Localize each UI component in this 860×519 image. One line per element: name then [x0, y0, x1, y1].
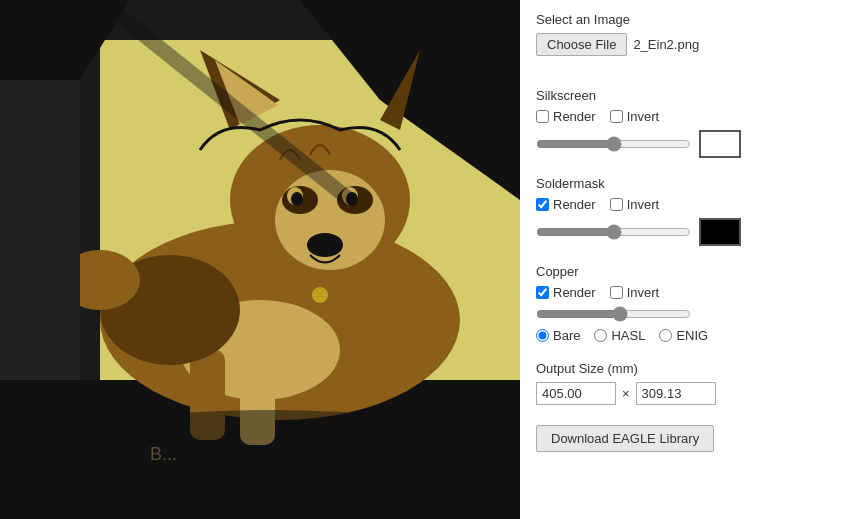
copper-finish-row: Bare HASL ENIG	[536, 328, 844, 343]
finish-hasl-radio[interactable]	[594, 329, 607, 342]
finish-hasl-item: HASL	[594, 328, 645, 343]
finish-enig-item: ENIG	[659, 328, 708, 343]
svg-point-18	[307, 233, 343, 257]
silkscreen-color-swatch[interactable]	[699, 130, 741, 158]
size-separator: ×	[622, 386, 630, 401]
copper-render-label[interactable]: Render	[553, 285, 596, 300]
svg-rect-26	[0, 80, 80, 380]
soldermask-invert-item: Invert	[610, 197, 660, 212]
finish-bare-item: Bare	[536, 328, 580, 343]
output-size-section: Output Size (mm) ×	[536, 361, 844, 405]
corgi-artwork: B...	[0, 0, 520, 519]
svg-text:B...: B...	[150, 444, 177, 464]
copper-check-row: Render Invert	[536, 285, 844, 300]
silkscreen-check-row: Render Invert	[536, 109, 844, 124]
svg-point-16	[291, 192, 303, 206]
soldermask-section: Soldermask Render Invert	[536, 176, 844, 250]
finish-bare-radio[interactable]	[536, 329, 549, 342]
soldermask-label: Soldermask	[536, 176, 844, 191]
silkscreen-render-item: Render	[536, 109, 596, 124]
soldermask-slider[interactable]	[536, 224, 691, 240]
soldermask-check-row: Render Invert	[536, 197, 844, 212]
silkscreen-invert-checkbox[interactable]	[610, 110, 623, 123]
silkscreen-label: Silkscreen	[536, 88, 844, 103]
file-row: Choose File 2_Ein2.png	[536, 33, 844, 56]
silkscreen-render-checkbox[interactable]	[536, 110, 549, 123]
copper-slider-row	[536, 306, 844, 322]
copper-label: Copper	[536, 264, 844, 279]
file-name-display: 2_Ein2.png	[633, 37, 699, 52]
svg-point-23	[312, 287, 328, 303]
copper-invert-label[interactable]: Invert	[627, 285, 660, 300]
soldermask-render-label[interactable]: Render	[553, 197, 596, 212]
soldermask-slider-row	[536, 218, 844, 246]
silkscreen-invert-item: Invert	[610, 109, 660, 124]
copper-render-checkbox[interactable]	[536, 286, 549, 299]
silkscreen-render-label[interactable]: Render	[553, 109, 596, 124]
width-input[interactable]	[536, 382, 616, 405]
controls-panel: Select an Image Choose File 2_Ein2.png S…	[520, 0, 860, 519]
silkscreen-section: Silkscreen Render Invert	[536, 88, 844, 162]
image-panel: B...	[0, 0, 520, 519]
silkscreen-slider[interactable]	[536, 136, 691, 152]
copper-slider[interactable]	[536, 306, 691, 322]
soldermask-render-checkbox[interactable]	[536, 198, 549, 211]
size-row: ×	[536, 382, 844, 405]
silkscreen-invert-label[interactable]: Invert	[627, 109, 660, 124]
soldermask-invert-label[interactable]: Invert	[627, 197, 660, 212]
finish-enig-radio[interactable]	[659, 329, 672, 342]
copper-section: Copper Render Invert Bare HASL	[536, 264, 844, 343]
height-input[interactable]	[636, 382, 716, 405]
choose-file-button[interactable]: Choose File	[536, 33, 627, 56]
select-image-label: Select an Image	[536, 12, 844, 27]
soldermask-invert-checkbox[interactable]	[610, 198, 623, 211]
copper-render-item: Render	[536, 285, 596, 300]
finish-bare-label[interactable]: Bare	[553, 328, 580, 343]
select-image-section: Select an Image Choose File 2_Ein2.png	[536, 12, 844, 74]
soldermask-color-swatch[interactable]	[699, 218, 741, 246]
soldermask-render-item: Render	[536, 197, 596, 212]
output-size-label: Output Size (mm)	[536, 361, 844, 376]
download-eagle-button[interactable]: Download EAGLE Library	[536, 425, 714, 452]
silkscreen-slider-row	[536, 130, 844, 158]
finish-enig-label[interactable]: ENIG	[676, 328, 708, 343]
copper-invert-item: Invert	[610, 285, 660, 300]
copper-invert-checkbox[interactable]	[610, 286, 623, 299]
finish-hasl-label[interactable]: HASL	[611, 328, 645, 343]
